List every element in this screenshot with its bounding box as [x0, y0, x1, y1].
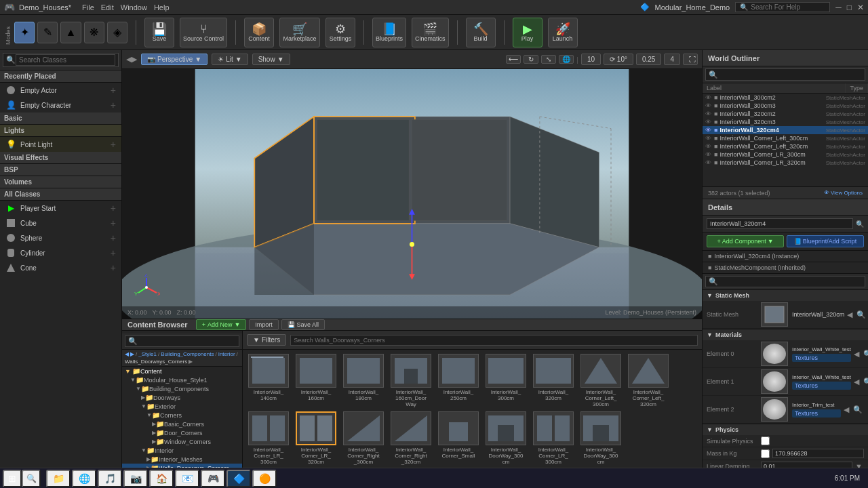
cb-tree-search-input[interactable]: [138, 338, 236, 345]
asset-doorway-300-2[interactable]: InteriorWall_DoorWay_300cm: [579, 411, 623, 465]
mode-btn-2[interactable]: ▲: [60, 22, 81, 43]
asset-InteriorWall-250cm[interactable]: InteriorWall_250cm: [437, 354, 480, 407]
taskbar-extra[interactable]: 🟠: [252, 470, 277, 487]
camera-speed-btn[interactable]: 4: [664, 54, 680, 65]
cb-fwd-btn[interactable]: ▶: [130, 351, 134, 357]
add-point-light[interactable]: +: [111, 139, 116, 150]
recently-placed-section[interactable]: Recently Placed: [0, 70, 121, 83]
taskbar-browser[interactable]: 🌐: [72, 470, 96, 487]
mat-tag-2[interactable]: Textures: [792, 409, 841, 418]
physics-section-header[interactable]: ▼ Physics: [703, 424, 868, 435]
mat-find-0[interactable]: 🔍: [862, 350, 868, 359]
asset-InteriorWall-180cm[interactable]: InteriorWall_180cm: [342, 354, 385, 407]
settings-button[interactable]: ⚙ Settings: [326, 18, 355, 47]
all-classes-section[interactable]: All Classes: [0, 188, 121, 201]
asset-InteriorWall-300cm[interactable]: InteriorWall_300cm: [484, 354, 528, 407]
outliner-item-5[interactable]: 👁 ■ InteriorWall_Corner_Left_300cm Stati…: [703, 134, 868, 142]
tree-item-doorways[interactable]: ▶ 📁 Doorways: [122, 393, 242, 402]
search-taskbar-btn[interactable]: 🔍: [22, 470, 41, 487]
add-cone[interactable]: +: [111, 262, 116, 273]
show-button[interactable]: Show ▼: [252, 54, 290, 65]
place-item-point-light[interactable]: 💡 Point Light +: [0, 137, 121, 152]
asset-InteriorWall-doorway[interactable]: InteriorWall_160cm_DoorWay: [389, 354, 433, 407]
play-button[interactable]: ▶ Play: [513, 18, 542, 47]
linear-damping-input[interactable]: [761, 462, 852, 468]
asset-corner-lr-320[interactable]: InteriorWall_Corner_LR_320cm: [294, 411, 338, 465]
cinematics-button[interactable]: 🎬 Cinematics: [412, 18, 449, 47]
outliner-item-7[interactable]: 👁 ■ InteriorWall_Corner_LR_300cm StaticM…: [703, 150, 868, 159]
help-search-input[interactable]: [751, 3, 818, 11]
tree-item-corners[interactable]: ▼ 📁 Corners: [122, 411, 242, 420]
mat-nav-0[interactable]: ◀: [852, 350, 861, 359]
cb-back-btn[interactable]: ◀: [125, 351, 129, 357]
asset-corner-lr-300[interactable]: InteriorWall_Corner_LR_300cm: [247, 411, 290, 465]
save-all-button[interactable]: 💾 Save All: [281, 319, 325, 330]
outliner-item-3[interactable]: 👁 ■ InteriorWall_320cm3 StaticMeshActor: [703, 118, 868, 126]
blueprint-add-script-button[interactable]: 📘 Blueprint/Add Script: [787, 235, 864, 247]
menu-window[interactable]: Window: [121, 3, 147, 12]
outliner-item-1[interactable]: 👁 ■ InteriorWall_300cm3 StaticMeshActor: [703, 102, 868, 110]
menu-help[interactable]: Help: [154, 3, 170, 12]
grid-size-btn[interactable]: 10: [581, 54, 601, 65]
mode-btn-3[interactable]: ❋: [84, 22, 104, 43]
bsp-section[interactable]: BSP: [0, 164, 121, 176]
menu-file[interactable]: File: [82, 3, 94, 12]
linear-expand-icon[interactable]: ▼: [854, 462, 864, 468]
place-item-empty-character[interactable]: 👤 Empty Character +: [0, 98, 121, 113]
mat-find-1[interactable]: 🔍: [862, 378, 868, 386]
outliner-item-2[interactable]: 👁 ■ InteriorWall_320cm2 StaticMeshActor: [703, 110, 868, 118]
build-button[interactable]: 🔨 Build: [466, 18, 496, 47]
add-player-start[interactable]: +: [111, 203, 116, 214]
lit-button[interactable]: ☀ Lit ▼: [212, 54, 248, 65]
win-minimize[interactable]: ─: [835, 3, 842, 12]
mode-btn-0[interactable]: ✦: [14, 22, 35, 43]
taskbar-mail[interactable]: 📧: [175, 470, 199, 487]
asset-corner-left-320[interactable]: InteriorWall_Corner_Left_320cm: [627, 354, 670, 407]
place-item-player-start[interactable]: ▶ Player Start +: [0, 201, 121, 216]
coord-btn[interactable]: 🌐: [559, 55, 574, 64]
content-button[interactable]: 📦 Content: [244, 18, 274, 47]
outliner-item-4[interactable]: 👁 ■ InteriorWall_320cm4 StaticMeshActor: [703, 126, 868, 134]
win-maximize[interactable]: □: [847, 3, 852, 12]
materials-section-header[interactable]: ▼ Materials: [703, 329, 868, 340]
scale-btn[interactable]: ⤡: [541, 55, 556, 64]
place-item-cone[interactable]: Cone +: [0, 260, 121, 275]
asset-InteriorWall-140cm[interactable]: InteriorWall_140cm: [247, 354, 290, 407]
place-search-input[interactable]: [16, 54, 115, 66]
source-control-button[interactable]: ⑂ Source Control: [180, 18, 227, 47]
tree-item-door-corners[interactable]: ▶ 📁 Door_Corners: [122, 428, 242, 437]
simulate-checkbox[interactable]: [761, 436, 770, 445]
mode-btn-4[interactable]: ◈: [107, 22, 127, 43]
bc-1[interactable]: Building_Components: [161, 351, 214, 357]
mat-tag-1[interactable]: Textures: [792, 382, 851, 390]
taskbar-ue4[interactable]: 🔷: [226, 470, 251, 487]
prop-search-input[interactable]: [718, 279, 862, 285]
tree-item-interior[interactable]: ▼ 📁 Interior: [122, 446, 242, 455]
menu-edit[interactable]: Edit: [101, 3, 114, 12]
tree-item-modular[interactable]: ▼ 📁 Modular_House_Style1: [122, 375, 242, 384]
bc-3[interactable]: Walls_Doorways_Corners: [125, 359, 187, 365]
import-button[interactable]: Import: [249, 319, 279, 330]
mass-value-input[interactable]: [772, 449, 864, 458]
cb-assets-search-input[interactable]: [290, 335, 698, 346]
scale-snap-btn[interactable]: 0.25: [636, 54, 661, 65]
tree-item-building[interactable]: ▼ 📁 Building_Components: [122, 384, 242, 393]
taskbar-media[interactable]: 🎵: [98, 470, 122, 487]
translate-btn[interactable]: ⟵: [506, 55, 521, 64]
viewport-3d[interactable]: X: 0.00 Y: 0.00 Z: 0.00 Level: Demo_Hous…: [122, 69, 702, 319]
bc-2[interactable]: Interior: [218, 351, 235, 357]
tree-item-interior-meshes[interactable]: ▶ 📁 Interior_Meshes: [122, 455, 242, 464]
taskbar-store[interactable]: 🏠: [149, 470, 174, 487]
maximize-btn[interactable]: ⛶: [683, 54, 698, 65]
add-new-button[interactable]: + Add New ▼: [196, 319, 247, 330]
lights-section[interactable]: Lights: [0, 125, 121, 137]
basic-section[interactable]: Basic: [0, 113, 121, 125]
add-cube[interactable]: +: [111, 218, 116, 228]
mat-nav-1[interactable]: ◀: [852, 378, 861, 386]
mass-enable-checkbox[interactable]: [761, 449, 770, 458]
outliner-item-6[interactable]: 👁 ■ InteriorWall_Corner_Left_320cm Stati…: [703, 142, 868, 150]
taskbar-explorer[interactable]: 📁: [46, 470, 71, 487]
add-empty-char[interactable]: +: [111, 100, 116, 110]
asset-InteriorWall-320cm[interactable]: InteriorWall_320cm: [532, 354, 575, 407]
view-options-outliner[interactable]: 👁 View Options: [824, 190, 863, 196]
